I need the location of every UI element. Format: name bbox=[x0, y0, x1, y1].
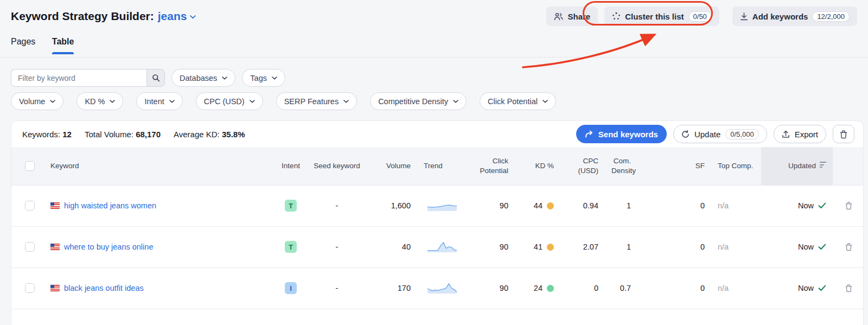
kd-cell: 44 bbox=[534, 201, 554, 210]
competitive-density-filter-dropdown[interactable]: Competitive Density bbox=[370, 92, 467, 110]
delete-row-button[interactable] bbox=[844, 241, 854, 252]
chevron-down-icon bbox=[542, 100, 548, 103]
keywords-table-card: Keywords: 12 Total Volume: 68,170 Averag… bbox=[11, 120, 864, 325]
col-header-cpc[interactable]: CPC (USD) bbox=[560, 147, 605, 185]
trash-icon bbox=[845, 284, 853, 292]
updated-cell: Now bbox=[798, 243, 826, 251]
sf-cell: 0 bbox=[637, 185, 711, 226]
com-density-cell: 0.7 bbox=[605, 267, 637, 309]
col-header-seed-keyword[interactable]: Seed keyword bbox=[307, 147, 367, 185]
check-icon bbox=[818, 244, 826, 250]
tab-pages[interactable]: Pages bbox=[11, 37, 35, 54]
refresh-icon bbox=[681, 130, 690, 138]
top-comp-cell: n/a bbox=[711, 185, 761, 226]
tab-table[interactable]: Table bbox=[52, 37, 74, 54]
volume-cell: 40 bbox=[367, 226, 417, 267]
page-title: Keyword Strategy Builder: bbox=[11, 10, 154, 23]
list-name-dropdown[interactable]: jeans bbox=[158, 10, 196, 23]
table-row: high waisted jeans women T - 1,600 90 44… bbox=[11, 185, 864, 226]
tags-dropdown[interactable]: Tags bbox=[242, 69, 285, 87]
search-icon bbox=[152, 74, 160, 82]
click-potential-filter-dropdown[interactable]: Click Potential bbox=[480, 92, 556, 110]
kd-dot bbox=[547, 285, 554, 292]
col-header-volume[interactable]: Volume bbox=[367, 147, 417, 185]
row-checkbox[interactable] bbox=[25, 283, 35, 293]
update-button[interactable]: Update 0/5,000 bbox=[673, 125, 767, 143]
updated-cell: Now bbox=[798, 201, 826, 210]
delete-row-button[interactable] bbox=[844, 200, 854, 211]
cpc-cell: 0 bbox=[560, 267, 605, 309]
keywords-count-stat: Keywords: 12 bbox=[22, 130, 72, 139]
row-checkbox[interactable] bbox=[25, 242, 35, 252]
click-potential-filter-label: Click Potential bbox=[488, 97, 538, 106]
cpc-cell: 2.07 bbox=[560, 226, 605, 267]
delete-list-button[interactable] bbox=[833, 125, 854, 143]
send-keywords-button[interactable]: Send keywords bbox=[576, 125, 667, 143]
col-header-updated[interactable]: Updated bbox=[761, 147, 833, 185]
kd-cell: 24 bbox=[534, 284, 554, 292]
tab-bar-divider bbox=[0, 57, 868, 58]
kd-dot bbox=[547, 244, 554, 251]
intent-badge: T bbox=[285, 200, 297, 212]
table-header-row: Keyword Intent Seed keyword Volume Trend… bbox=[11, 147, 864, 185]
kd-filter-dropdown[interactable]: KD % bbox=[76, 92, 123, 110]
filter-row-primary: Databases Tags bbox=[11, 69, 285, 87]
stats-bar: Keywords: 12 Total Volume: 68,170 Averag… bbox=[11, 121, 863, 147]
share-button[interactable]: Share bbox=[546, 7, 598, 26]
send-arrow-icon bbox=[585, 130, 593, 138]
cluster-label: Cluster this list bbox=[625, 12, 684, 21]
keyword-link[interactable]: black jeans outfit ideas bbox=[64, 284, 144, 292]
keywords-table: Keyword Intent Seed keyword Volume Trend… bbox=[11, 147, 864, 309]
volume-filter-dropdown[interactable]: Volume bbox=[11, 92, 63, 110]
search-button[interactable] bbox=[146, 69, 165, 87]
add-keywords-button[interactable]: Add keywords 12/2,000 bbox=[732, 7, 857, 26]
com-density-cell: 1 bbox=[605, 185, 637, 226]
average-kd-stat: Average KD: 35.8% bbox=[174, 130, 245, 139]
cluster-icon bbox=[612, 12, 621, 21]
cpc-cell: 0.94 bbox=[560, 185, 605, 226]
total-volume-stat: Total Volume: 68,170 bbox=[85, 130, 161, 139]
row-checkbox[interactable] bbox=[25, 201, 35, 211]
trash-icon bbox=[839, 130, 848, 139]
table-row: where to buy jeans online T - 40 90 41 2… bbox=[11, 226, 864, 267]
select-all-checkbox[interactable] bbox=[25, 161, 35, 171]
volume-filter-label: Volume bbox=[19, 97, 45, 106]
col-header-sf[interactable]: SF bbox=[637, 147, 711, 185]
list-name-label: jeans bbox=[158, 10, 187, 23]
intent-filter-label: Intent bbox=[144, 97, 164, 106]
update-label: Update bbox=[694, 130, 720, 139]
col-header-kd[interactable]: KD % bbox=[515, 147, 560, 185]
tags-label: Tags bbox=[250, 74, 267, 82]
keyword-link[interactable]: high waisted jeans women bbox=[64, 201, 156, 210]
keyword-filter-input[interactable] bbox=[11, 69, 146, 87]
check-icon bbox=[818, 202, 826, 209]
col-header-com-density[interactable]: Com. Density bbox=[605, 147, 637, 185]
table-row: black jeans outfit ideas I - 170 90 24 0… bbox=[11, 267, 864, 309]
cluster-this-list-button[interactable]: Cluster this list 0/50 bbox=[604, 7, 719, 26]
databases-dropdown[interactable]: Databases bbox=[171, 69, 235, 87]
col-header-trend[interactable]: Trend bbox=[417, 147, 467, 185]
updated-cell: Now bbox=[798, 284, 826, 292]
stats-actions: Send keywords Update 0/5,000 Export bbox=[576, 125, 854, 143]
keyword-count-badge: 12/2,000 bbox=[812, 11, 850, 22]
col-header-top-comp[interactable]: Top Comp. bbox=[711, 147, 761, 185]
cpc-filter-dropdown[interactable]: CPC (USD) bbox=[196, 92, 263, 110]
serp-features-filter-dropdown[interactable]: SERP Features bbox=[276, 92, 357, 110]
keyword-link[interactable]: where to buy jeans online bbox=[64, 243, 153, 251]
trash-icon bbox=[845, 243, 853, 251]
trend-sparkline bbox=[427, 199, 457, 213]
seed-keyword-cell: - bbox=[307, 185, 367, 226]
col-header-click-potential[interactable]: Click Potential bbox=[467, 147, 515, 185]
chevron-down-icon bbox=[190, 15, 196, 19]
kd-filter-label: KD % bbox=[85, 97, 105, 106]
export-button[interactable]: Export bbox=[774, 125, 826, 143]
keyword-filter bbox=[11, 69, 165, 87]
sf-cell: 0 bbox=[637, 267, 711, 309]
delete-row-button[interactable] bbox=[844, 283, 854, 294]
intent-filter-dropdown[interactable]: Intent bbox=[136, 92, 182, 110]
trend-sparkline bbox=[427, 282, 457, 295]
databases-label: Databases bbox=[180, 74, 217, 82]
tab-bar: Pages Table bbox=[11, 37, 868, 58]
col-header-keyword[interactable]: Keyword bbox=[44, 147, 275, 185]
col-header-intent[interactable]: Intent bbox=[275, 147, 307, 185]
